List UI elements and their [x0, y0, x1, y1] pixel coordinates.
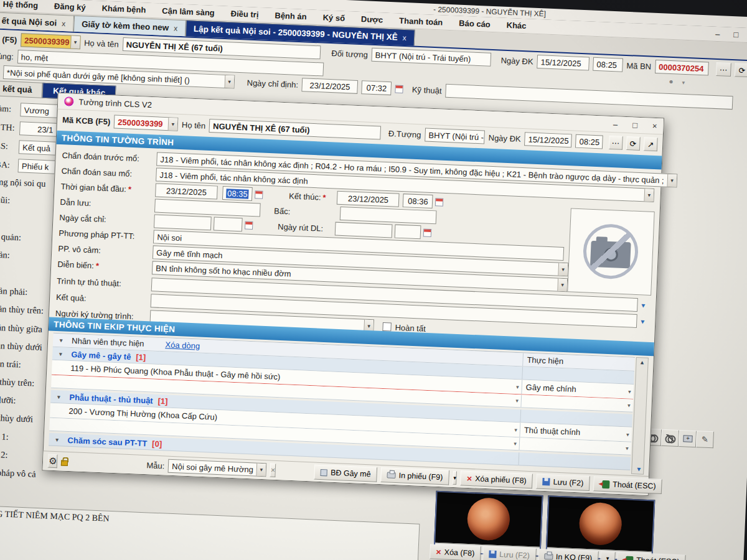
- dialog-regdate-field[interactable]: 15/12/2025: [524, 132, 572, 147]
- expander-icon[interactable]: ▾: [52, 350, 68, 357]
- order-date-field[interactable]: 23/12/2025: [302, 78, 359, 94]
- object-field[interactable]: BHYT (Nội trú - Trái tuyến): [371, 48, 491, 67]
- start-time-field[interactable]: 08:35: [222, 186, 253, 201]
- chevron-down-icon[interactable]: ▾: [256, 464, 266, 477]
- calendar-icon[interactable]: [255, 190, 263, 199]
- patient-id-field[interactable]: 0000370254: [655, 60, 709, 76]
- expander-icon[interactable]: ▾: [49, 436, 65, 443]
- unlink-button[interactable]: [661, 429, 679, 447]
- refresh-button[interactable]: ⟳: [735, 63, 747, 77]
- more-options-button[interactable]: ⋯: [608, 136, 622, 150]
- bs-lam-field[interactable]: Vương: [20, 103, 58, 118]
- clear-template-button[interactable]: ×: [270, 464, 276, 477]
- maximize-icon[interactable]: □: [632, 120, 637, 129]
- calendar-icon[interactable]: [423, 228, 432, 237]
- cls-field[interactable]: Kết quả: [19, 140, 57, 155]
- tab-giay-to-kem-theo[interactable]: Giấy tờ kèm theo new x: [73, 16, 186, 37]
- expand-chevron-icon[interactable]: ▼: [640, 302, 646, 309]
- reg-time-field[interactable]: 08:25: [593, 57, 623, 72]
- calendar-icon[interactable]: [245, 221, 253, 230]
- template-combo[interactable]: Nội soi gây mê Hường ▾: [168, 459, 266, 477]
- bd-gay-me-button[interactable]: BĐ Gây mê: [314, 465, 378, 482]
- delete-form-button[interactable]: × Xóa phiếu (F8): [460, 470, 533, 488]
- exit-result-button[interactable]: Thoát (ESC): [617, 552, 686, 560]
- reg-date-field[interactable]: 15/12/2025: [537, 55, 590, 70]
- end-date-field[interactable]: 23/12/2025: [337, 191, 400, 207]
- chevron-down-icon[interactable]: ▾: [628, 388, 634, 394]
- menu-khac[interactable]: Khác: [506, 21, 526, 30]
- settings-button[interactable]: ⚙: [48, 454, 58, 469]
- popout-button[interactable]: ↗: [644, 137, 658, 151]
- menu-he-thong[interactable]: Hệ thống: [2, 0, 38, 10]
- unlock-icon[interactable]: [61, 460, 68, 465]
- tab-close-icon[interactable]: x: [174, 24, 178, 32]
- cut-time-field[interactable]: [214, 217, 243, 231]
- menu-bao-cao[interactable]: Báo cáo: [459, 19, 491, 29]
- exit-dialog-button[interactable]: Thoát (ESC): [593, 476, 662, 494]
- chevron-down-icon[interactable]: ▾: [557, 279, 567, 292]
- menu-dang-ky[interactable]: Đăng ký: [54, 1, 86, 12]
- menu-benh-an[interactable]: Bệnh án: [275, 11, 307, 21]
- menu-can-lam-sang[interactable]: Cận lâm sàng: [162, 6, 215, 18]
- print-options-button[interactable]: ▾: [600, 551, 616, 560]
- expand-chevron-icon[interactable]: ▼: [639, 318, 646, 325]
- chevron-down-icon[interactable]: ▾: [70, 36, 80, 49]
- save-form-button[interactable]: Lưu (F2): [536, 474, 590, 491]
- medical-code-combo[interactable]: 2500039399 ▾: [21, 33, 81, 49]
- bat-dau-th-field[interactable]: 23/1: [19, 121, 57, 136]
- save-result-button[interactable]: Lưu (F2): [482, 546, 537, 560]
- dialog-object-field[interactable]: BHYT (Nội trú -: [425, 128, 485, 144]
- refresh-button[interactable]: ⟳: [626, 136, 641, 151]
- chevron-down-icon[interactable]: ▾: [558, 263, 568, 276]
- chevron-down-icon[interactable]: ▾: [626, 445, 631, 451]
- drain-removal-date-field[interactable]: [335, 222, 393, 238]
- technique-field[interactable]: [445, 84, 733, 110]
- start-date-field[interactable]: 23/12/2025: [155, 183, 218, 199]
- maximize-icon[interactable]: □: [733, 30, 738, 39]
- drain-removal-time-field[interactable]: [395, 225, 421, 240]
- expander-icon[interactable]: ▾: [53, 337, 69, 344]
- cut-date-field[interactable]: [154, 214, 212, 230]
- chevron-down-icon[interactable]: ▾: [644, 189, 654, 202]
- close-icon[interactable]: ×: [652, 121, 657, 131]
- tab-close-icon[interactable]: x: [62, 19, 66, 27]
- delete-result-button[interactable]: × Xóa (F8): [430, 544, 481, 560]
- chevron-down-icon[interactable]: ▾: [626, 431, 632, 437]
- minimize-icon[interactable]: –: [715, 29, 720, 39]
- end-time-field[interactable]: 08:36: [403, 194, 433, 208]
- add-folder-button[interactable]: [679, 430, 697, 447]
- menu-thanh-toan[interactable]: Thanh toán: [399, 16, 443, 27]
- calendar-icon[interactable]: [435, 198, 444, 207]
- chevron-down-icon[interactable]: ▾: [168, 118, 178, 131]
- minimize-icon[interactable]: –: [613, 119, 618, 129]
- chevron-down-icon[interactable]: ▾: [224, 75, 234, 88]
- so-phieu-ba-field[interactable]: Phiếu k: [17, 159, 55, 174]
- menu-ky-so[interactable]: Ký số: [322, 12, 345, 22]
- complete-checkbox[interactable]: [382, 322, 392, 332]
- chevron-down-icon[interactable]: ▾: [627, 403, 633, 409]
- dialog-regtime-field[interactable]: 08:25: [575, 134, 603, 149]
- chevron-down-icon[interactable]: ▾: [682, 80, 685, 86]
- calendar-icon[interactable]: [395, 85, 404, 93]
- drain-field[interactable]: [154, 198, 261, 217]
- dialog-name-field[interactable]: NGUYỄN THỊ XÊ (67 tuổi): [209, 119, 382, 140]
- expander-icon[interactable]: ▾: [50, 393, 67, 400]
- wick-field[interactable]: [340, 207, 437, 224]
- print-result-button[interactable]: In KQ (F9): [537, 549, 598, 560]
- kcb-code-combo[interactable]: 2500039399 ▾: [114, 115, 179, 131]
- order-time-field[interactable]: 07:32: [361, 80, 392, 95]
- edit-button[interactable]: ✎: [696, 431, 714, 448]
- menu-duoc[interactable]: Dược: [361, 14, 383, 24]
- menu-kham-benh[interactable]: Khám bệnh: [101, 4, 146, 15]
- print-form-options-button[interactable]: ▾: [453, 471, 457, 485]
- more-options-button[interactable]: ⋯: [716, 62, 731, 77]
- scroll-up-icon[interactable]: ▲: [639, 359, 645, 365]
- tab-close-icon[interactable]: x: [402, 33, 406, 42]
- tab-ket-qua-noi-soi[interactable]: ết quả Nội soi x: [0, 12, 74, 31]
- print-form-button[interactable]: In phiếu (F9): [380, 467, 449, 485]
- chevron-down-icon[interactable]: ▾: [667, 174, 677, 187]
- delete-row-link[interactable]: Xóa dòng: [165, 340, 200, 350]
- scroll-more-icon[interactable]: ▼: [636, 465, 642, 472]
- tab-ket-qua[interactable]: kết quả: [0, 80, 43, 98]
- conclusion-textarea[interactable]: TĂNG TIẾT NIÊM MẠC PQ 2 BÊN: [0, 505, 420, 560]
